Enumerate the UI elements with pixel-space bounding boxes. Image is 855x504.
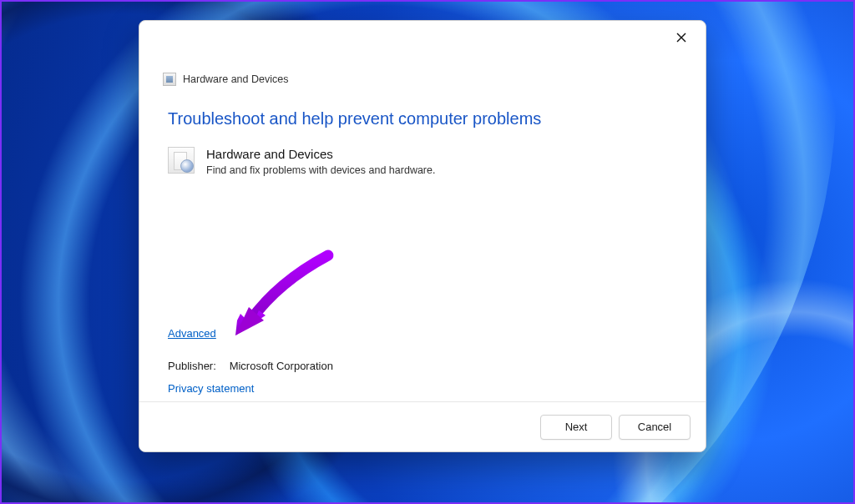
close-icon — [676, 33, 686, 43]
troubleshooter-item: Hardware and Devices Find and fix proble… — [163, 147, 667, 176]
privacy-statement-link[interactable]: Privacy statement — [168, 382, 254, 395]
next-button[interactable]: Next — [540, 415, 612, 440]
page-heading: Troubleshoot and help prevent computer p… — [163, 109, 667, 129]
troubleshooter-title: Hardware and Devices — [206, 147, 435, 162]
spacer — [163, 176, 667, 327]
cancel-button[interactable]: Cancel — [619, 415, 691, 440]
close-button[interactable] — [662, 24, 701, 51]
dialog-footer: Next Cancel — [139, 401, 706, 451]
troubleshooter-text: Hardware and Devices Find and fix proble… — [206, 147, 435, 176]
advanced-link[interactable]: Advanced — [168, 327, 216, 340]
titlebar — [139, 21, 706, 54]
publisher-value: Microsoft Corporation — [230, 360, 333, 372]
troubleshooter-dialog: Hardware and Devices Troubleshoot and he… — [139, 20, 706, 452]
breadcrumb-text: Hardware and Devices — [183, 73, 288, 85]
breadcrumb: Hardware and Devices — [163, 73, 667, 86]
publisher-row: Publisher: Microsoft Corporation — [168, 360, 667, 372]
dialog-content: Hardware and Devices Troubleshoot and he… — [139, 54, 706, 401]
troubleshooter-description: Find and fix problems with devices and h… — [206, 164, 435, 176]
desktop-wallpaper: Hardware and Devices Troubleshoot and he… — [2, 2, 853, 502]
troubleshooter-small-icon — [163, 73, 176, 86]
hardware-devices-icon — [168, 147, 195, 174]
publisher-label: Publisher: — [168, 360, 226, 372]
